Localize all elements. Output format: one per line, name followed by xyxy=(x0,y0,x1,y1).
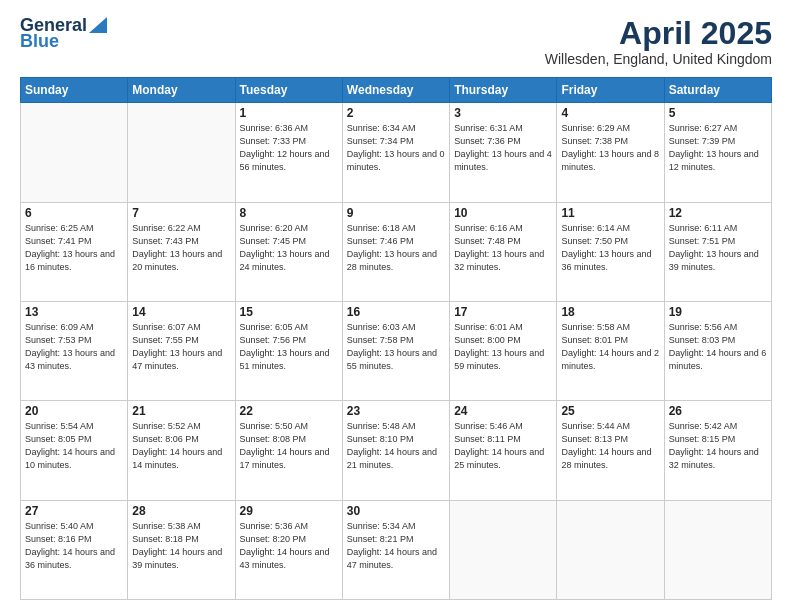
day-number: 7 xyxy=(132,206,230,220)
day-number: 29 xyxy=(240,504,338,518)
day-info: Sunrise: 5:50 AM Sunset: 8:08 PM Dayligh… xyxy=(240,420,338,472)
day-number: 2 xyxy=(347,106,445,120)
day-info: Sunrise: 6:03 AM Sunset: 7:58 PM Dayligh… xyxy=(347,321,445,373)
day-info: Sunrise: 5:34 AM Sunset: 8:21 PM Dayligh… xyxy=(347,520,445,572)
calendar-week-row: 13Sunrise: 6:09 AM Sunset: 7:53 PM Dayli… xyxy=(21,301,772,400)
table-row: 14Sunrise: 6:07 AM Sunset: 7:55 PM Dayli… xyxy=(128,301,235,400)
day-number: 11 xyxy=(561,206,659,220)
day-number: 24 xyxy=(454,404,552,418)
table-row: 23Sunrise: 5:48 AM Sunset: 8:10 PM Dayli… xyxy=(342,401,449,500)
day-info: Sunrise: 5:46 AM Sunset: 8:11 PM Dayligh… xyxy=(454,420,552,472)
table-row: 11Sunrise: 6:14 AM Sunset: 7:50 PM Dayli… xyxy=(557,202,664,301)
calendar-week-row: 27Sunrise: 5:40 AM Sunset: 8:16 PM Dayli… xyxy=(21,500,772,599)
page: General Blue April 2025 Willesden, Engla… xyxy=(0,0,792,612)
table-row xyxy=(450,500,557,599)
calendar-header-row: Sunday Monday Tuesday Wednesday Thursday… xyxy=(21,78,772,103)
table-row xyxy=(128,103,235,202)
day-number: 5 xyxy=(669,106,767,120)
calendar-week-row: 20Sunrise: 5:54 AM Sunset: 8:05 PM Dayli… xyxy=(21,401,772,500)
day-info: Sunrise: 6:36 AM Sunset: 7:33 PM Dayligh… xyxy=(240,122,338,174)
day-number: 10 xyxy=(454,206,552,220)
day-number: 15 xyxy=(240,305,338,319)
table-row: 16Sunrise: 6:03 AM Sunset: 7:58 PM Dayli… xyxy=(342,301,449,400)
day-number: 14 xyxy=(132,305,230,319)
table-row: 25Sunrise: 5:44 AM Sunset: 8:13 PM Dayli… xyxy=(557,401,664,500)
day-info: Sunrise: 6:07 AM Sunset: 7:55 PM Dayligh… xyxy=(132,321,230,373)
col-sunday: Sunday xyxy=(21,78,128,103)
table-row: 20Sunrise: 5:54 AM Sunset: 8:05 PM Dayli… xyxy=(21,401,128,500)
table-row: 9Sunrise: 6:18 AM Sunset: 7:46 PM Daylig… xyxy=(342,202,449,301)
table-row: 27Sunrise: 5:40 AM Sunset: 8:16 PM Dayli… xyxy=(21,500,128,599)
day-info: Sunrise: 5:52 AM Sunset: 8:06 PM Dayligh… xyxy=(132,420,230,472)
day-info: Sunrise: 6:14 AM Sunset: 7:50 PM Dayligh… xyxy=(561,222,659,274)
day-number: 17 xyxy=(454,305,552,319)
day-number: 9 xyxy=(347,206,445,220)
day-number: 6 xyxy=(25,206,123,220)
day-number: 3 xyxy=(454,106,552,120)
day-info: Sunrise: 5:36 AM Sunset: 8:20 PM Dayligh… xyxy=(240,520,338,572)
table-row: 22Sunrise: 5:50 AM Sunset: 8:08 PM Dayli… xyxy=(235,401,342,500)
col-friday: Friday xyxy=(557,78,664,103)
day-number: 28 xyxy=(132,504,230,518)
table-row: 28Sunrise: 5:38 AM Sunset: 8:18 PM Dayli… xyxy=(128,500,235,599)
day-info: Sunrise: 6:16 AM Sunset: 7:48 PM Dayligh… xyxy=(454,222,552,274)
col-thursday: Thursday xyxy=(450,78,557,103)
calendar-week-row: 1Sunrise: 6:36 AM Sunset: 7:33 PM Daylig… xyxy=(21,103,772,202)
day-number: 30 xyxy=(347,504,445,518)
day-info: Sunrise: 6:20 AM Sunset: 7:45 PM Dayligh… xyxy=(240,222,338,274)
col-saturday: Saturday xyxy=(664,78,771,103)
day-number: 12 xyxy=(669,206,767,220)
day-number: 4 xyxy=(561,106,659,120)
table-row: 26Sunrise: 5:42 AM Sunset: 8:15 PM Dayli… xyxy=(664,401,771,500)
logo-blue-text: Blue xyxy=(20,32,59,50)
table-row: 24Sunrise: 5:46 AM Sunset: 8:11 PM Dayli… xyxy=(450,401,557,500)
table-row: 1Sunrise: 6:36 AM Sunset: 7:33 PM Daylig… xyxy=(235,103,342,202)
col-wednesday: Wednesday xyxy=(342,78,449,103)
table-row: 13Sunrise: 6:09 AM Sunset: 7:53 PM Dayli… xyxy=(21,301,128,400)
day-info: Sunrise: 6:11 AM Sunset: 7:51 PM Dayligh… xyxy=(669,222,767,274)
day-info: Sunrise: 5:42 AM Sunset: 8:15 PM Dayligh… xyxy=(669,420,767,472)
day-info: Sunrise: 5:44 AM Sunset: 8:13 PM Dayligh… xyxy=(561,420,659,472)
table-row xyxy=(664,500,771,599)
calendar-week-row: 6Sunrise: 6:25 AM Sunset: 7:41 PM Daylig… xyxy=(21,202,772,301)
day-info: Sunrise: 6:05 AM Sunset: 7:56 PM Dayligh… xyxy=(240,321,338,373)
table-row xyxy=(557,500,664,599)
table-row: 8Sunrise: 6:20 AM Sunset: 7:45 PM Daylig… xyxy=(235,202,342,301)
day-number: 13 xyxy=(25,305,123,319)
day-info: Sunrise: 6:25 AM Sunset: 7:41 PM Dayligh… xyxy=(25,222,123,274)
day-number: 8 xyxy=(240,206,338,220)
table-row: 10Sunrise: 6:16 AM Sunset: 7:48 PM Dayli… xyxy=(450,202,557,301)
table-row: 2Sunrise: 6:34 AM Sunset: 7:34 PM Daylig… xyxy=(342,103,449,202)
day-info: Sunrise: 6:29 AM Sunset: 7:38 PM Dayligh… xyxy=(561,122,659,174)
table-row: 7Sunrise: 6:22 AM Sunset: 7:43 PM Daylig… xyxy=(128,202,235,301)
day-number: 20 xyxy=(25,404,123,418)
table-row: 6Sunrise: 6:25 AM Sunset: 7:41 PM Daylig… xyxy=(21,202,128,301)
table-row: 12Sunrise: 6:11 AM Sunset: 7:51 PM Dayli… xyxy=(664,202,771,301)
day-info: Sunrise: 6:34 AM Sunset: 7:34 PM Dayligh… xyxy=(347,122,445,174)
day-number: 27 xyxy=(25,504,123,518)
day-info: Sunrise: 5:54 AM Sunset: 8:05 PM Dayligh… xyxy=(25,420,123,472)
col-monday: Monday xyxy=(128,78,235,103)
table-row: 19Sunrise: 5:56 AM Sunset: 8:03 PM Dayli… xyxy=(664,301,771,400)
day-number: 22 xyxy=(240,404,338,418)
table-row: 30Sunrise: 5:34 AM Sunset: 8:21 PM Dayli… xyxy=(342,500,449,599)
day-number: 18 xyxy=(561,305,659,319)
table-row xyxy=(21,103,128,202)
day-number: 26 xyxy=(669,404,767,418)
col-tuesday: Tuesday xyxy=(235,78,342,103)
calendar-table: Sunday Monday Tuesday Wednesday Thursday… xyxy=(20,77,772,600)
day-number: 1 xyxy=(240,106,338,120)
day-number: 19 xyxy=(669,305,767,319)
day-info: Sunrise: 5:38 AM Sunset: 8:18 PM Dayligh… xyxy=(132,520,230,572)
day-info: Sunrise: 5:58 AM Sunset: 8:01 PM Dayligh… xyxy=(561,321,659,373)
day-info: Sunrise: 5:48 AM Sunset: 8:10 PM Dayligh… xyxy=(347,420,445,472)
day-info: Sunrise: 5:56 AM Sunset: 8:03 PM Dayligh… xyxy=(669,321,767,373)
logo: General Blue xyxy=(20,16,107,50)
table-row: 18Sunrise: 5:58 AM Sunset: 8:01 PM Dayli… xyxy=(557,301,664,400)
table-row: 3Sunrise: 6:31 AM Sunset: 7:36 PM Daylig… xyxy=(450,103,557,202)
day-number: 23 xyxy=(347,404,445,418)
day-info: Sunrise: 6:27 AM Sunset: 7:39 PM Dayligh… xyxy=(669,122,767,174)
table-row: 4Sunrise: 6:29 AM Sunset: 7:38 PM Daylig… xyxy=(557,103,664,202)
day-number: 21 xyxy=(132,404,230,418)
table-row: 5Sunrise: 6:27 AM Sunset: 7:39 PM Daylig… xyxy=(664,103,771,202)
